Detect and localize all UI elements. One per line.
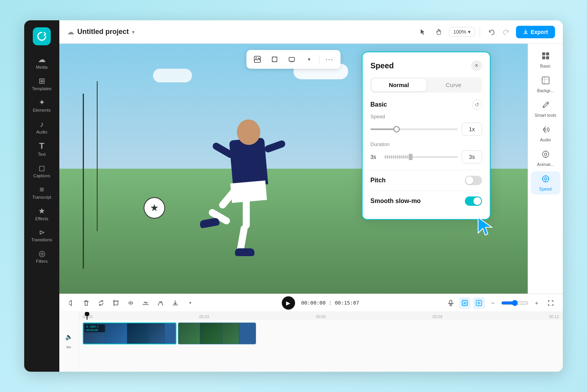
duration-end[interactable]: 3s xyxy=(462,150,482,164)
resize-dropdown-button[interactable]: ▾ xyxy=(302,52,316,66)
sidebar-item-media[interactable]: ☁ Media xyxy=(26,52,57,73)
speed-slider-fill xyxy=(370,128,397,130)
svg-rect-4 xyxy=(542,52,545,55)
svg-point-15 xyxy=(544,178,547,180)
project-title: Untitled project xyxy=(77,28,129,36)
more-timeline-button[interactable]: ▾ xyxy=(184,297,196,309)
timeline-playhead[interactable] xyxy=(87,312,87,320)
speed-tab-curve[interactable]: Curve xyxy=(426,78,481,91)
sidebar-item-effects-label: Effects xyxy=(35,216,48,221)
templates-icon: ⊞ xyxy=(39,77,45,85)
zoom-control[interactable]: 100% ▾ xyxy=(449,27,475,37)
timeline-track-controls: 🔈 ✏ xyxy=(59,312,79,372)
sidebar-item-captions[interactable]: ◻ Captions xyxy=(26,161,57,182)
split-at-playhead-button[interactable] xyxy=(66,297,77,309)
timeline-zoom-slider[interactable] xyxy=(501,300,528,306)
header-tools: 100% ▾ Export xyxy=(416,25,555,39)
video-clip-1[interactable]: ⊙ 100× | 00:03:00 xyxy=(83,323,176,344)
svg-rect-6 xyxy=(542,56,545,59)
timeline-track-right: 00:00 00:03 00:06 00:09 00:12 xyxy=(79,312,563,372)
duration-row: 3s xyxy=(370,150,482,164)
fullscreen-button[interactable] xyxy=(545,297,557,309)
smooth-toggle[interactable] xyxy=(465,196,482,206)
panel-item-background[interactable]: Backgr... xyxy=(531,73,560,96)
elements-icon: ✦ xyxy=(39,98,45,106)
delete-button[interactable] xyxy=(80,297,92,309)
microphone-button[interactable] xyxy=(445,297,457,309)
stabilize-button[interactable] xyxy=(140,297,151,309)
ruler-mark-2: 00:06 xyxy=(316,315,326,319)
play-button[interactable]: ▶ xyxy=(282,296,295,310)
sidebar-item-audio[interactable]: ♪ Audio xyxy=(26,117,57,138)
svg-point-13 xyxy=(545,157,546,158)
smooth-toggle-thumb xyxy=(473,197,481,205)
sidebar-item-filters-label: Filters xyxy=(36,259,48,264)
player-figure xyxy=(200,108,309,256)
fit-button[interactable] xyxy=(268,52,282,66)
loop-button[interactable] xyxy=(95,297,107,309)
speed-value[interactable]: 1x xyxy=(462,123,482,136)
pitch-toggle[interactable] xyxy=(465,176,482,185)
speed-tab-normal[interactable]: Normal xyxy=(372,78,426,91)
volume-button[interactable]: 🔈 xyxy=(65,333,73,340)
panel-item-basic[interactable]: Basic xyxy=(531,48,560,71)
ai-cut-button[interactable]: AI xyxy=(459,297,471,309)
sidebar-item-transcript[interactable]: ≡ Transcript xyxy=(26,182,57,203)
chevron-down-icon: ▾ xyxy=(308,57,310,62)
ruler-mark-3: 00:09 xyxy=(432,315,442,319)
sidebar-item-elements[interactable]: ✦ Elements xyxy=(26,95,57,116)
select-tool-button[interactable] xyxy=(416,25,429,39)
zoom-in-button[interactable]: + xyxy=(531,297,543,309)
clip-frame-2 xyxy=(105,323,127,344)
sidebar-item-templates[interactable]: ⊞ Templates xyxy=(26,74,57,94)
pitch-label: Pitch xyxy=(370,177,386,184)
sidebar-item-audio-label: Audio xyxy=(36,130,47,135)
editor-area: ▾ ··· xyxy=(59,44,563,294)
panel-item-smart-tools[interactable]: Smart tools xyxy=(531,98,560,121)
ruler-marks: 00:00 00:03 00:06 00:09 00:12 xyxy=(79,315,563,319)
undo-button[interactable] xyxy=(485,25,498,39)
auto-align-button[interactable] xyxy=(473,297,485,309)
fence-post-2 xyxy=(97,81,98,231)
crop-button[interactable] xyxy=(110,297,122,309)
sidebar-item-captions-label: Captions xyxy=(33,173,50,178)
pitch-row: Pitch xyxy=(370,170,482,191)
sidebar-item-transitions[interactable]: ⊳ Transitions xyxy=(26,226,57,246)
timeline-clips: ⊙ 100× | 00:03:00 xyxy=(79,320,563,347)
svg-rect-8 xyxy=(542,77,549,84)
redo-button[interactable] xyxy=(500,25,513,39)
export-button[interactable]: Export xyxy=(516,26,555,38)
timeline-right-tools: AI − + xyxy=(445,297,557,309)
video-clip-2[interactable] xyxy=(178,323,256,344)
hand-tool-button[interactable] xyxy=(432,25,446,39)
speed-panel-header: Speed × xyxy=(370,60,482,71)
speed-panel-icon xyxy=(541,175,550,185)
speed-panel: Speed × Normal Curve xyxy=(362,52,491,220)
sidebar-item-text-label: Text xyxy=(38,152,46,157)
more-options-button[interactable]: ··· xyxy=(323,52,337,66)
captions-icon: ◻ xyxy=(39,164,45,172)
panel-item-speed[interactable]: Speed xyxy=(531,171,560,194)
add-image-button[interactable] xyxy=(251,52,265,66)
audio-detach-button[interactable] xyxy=(125,297,137,309)
speed-timeline-button[interactable] xyxy=(155,297,166,309)
duration-label: Duration xyxy=(370,141,482,147)
speed-panel-close-button[interactable]: × xyxy=(471,60,482,71)
speed-slider-thumb xyxy=(393,126,400,132)
download-button[interactable] xyxy=(169,297,181,309)
sidebar-item-effects[interactable]: ★ Effects xyxy=(26,204,57,225)
sidebar-item-filters[interactable]: ◎ Filters xyxy=(26,246,57,267)
speed-slider[interactable] xyxy=(370,128,458,130)
undo-redo-group xyxy=(485,25,513,39)
svg-point-9 xyxy=(543,128,546,131)
clip-frame-3 xyxy=(127,323,149,344)
panel-item-audio[interactable]: Audio xyxy=(531,122,560,145)
resize-button[interactable] xyxy=(285,52,299,66)
zoom-out-button[interactable]: − xyxy=(487,297,499,309)
panel-item-animation[interactable]: Animat... xyxy=(531,147,560,170)
player-shoe-right xyxy=(235,248,254,256)
sidebar-item-text[interactable]: T Text xyxy=(26,139,57,160)
edit-track-button[interactable]: ✏ xyxy=(66,344,71,351)
speed-reset-button[interactable]: ↺ xyxy=(472,100,482,110)
duration-slider[interactable] xyxy=(384,156,458,158)
